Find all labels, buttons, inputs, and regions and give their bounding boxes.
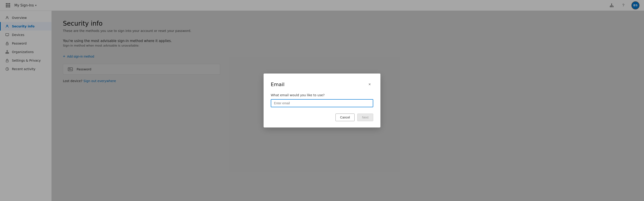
dialog-title: Email <box>271 82 284 87</box>
dialog-question-label: What email would you like to use? <box>271 93 373 97</box>
email-dialog: Email × What email would you like to use… <box>264 74 380 128</box>
dialog-close-button[interactable]: × <box>366 81 373 88</box>
next-label: Next <box>362 116 368 119</box>
email-input[interactable] <box>271 99 373 107</box>
dialog-header: Email × <box>271 81 373 88</box>
close-icon: × <box>368 82 371 87</box>
modal-overlay: Email × What email would you like to use… <box>0 0 644 201</box>
dialog-actions: Cancel Next <box>271 114 373 121</box>
next-button[interactable]: Next <box>357 114 373 121</box>
cancel-label: Cancel <box>340 116 350 119</box>
cancel-button[interactable]: Cancel <box>336 114 355 121</box>
